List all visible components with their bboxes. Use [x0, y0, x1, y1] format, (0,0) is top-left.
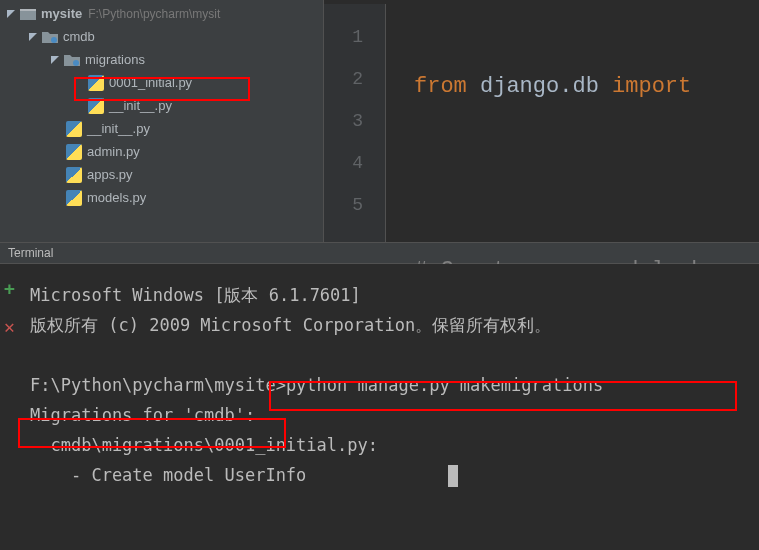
tree-label: 0001_initial.py — [109, 75, 192, 90]
tree-file-init[interactable]: __init__.py — [0, 117, 323, 140]
project-tree[interactable]: mysite F:\Python\pycharm\mysit cmdb migr… — [0, 0, 324, 242]
code-area[interactable]: from django.db import # Create your mode… — [386, 4, 718, 242]
expand-arrow-icon[interactable] — [4, 7, 18, 21]
tree-label: mysite — [41, 6, 82, 21]
tree-label: admin.py — [87, 144, 140, 159]
line-number: 1 — [324, 16, 363, 58]
folder-icon — [64, 52, 80, 68]
tree-file-0001[interactable]: 0001_initial.py — [0, 71, 323, 94]
line-number: 2 — [324, 58, 363, 100]
terminal-title: Terminal — [8, 246, 53, 260]
line-number: 4 — [324, 142, 363, 184]
terminal-line: Migrations for 'cmdb': — [30, 400, 749, 430]
tree-cmdb[interactable]: cmdb — [0, 25, 323, 48]
code-line: from django.db import — [414, 66, 718, 108]
tree-file-admin[interactable]: admin.py — [0, 140, 323, 163]
tree-file-apps[interactable]: apps.py — [0, 163, 323, 186]
new-session-icon[interactable]: + — [4, 274, 15, 304]
tree-file-models[interactable]: models.py — [0, 186, 323, 209]
tree-label: cmdb — [63, 29, 95, 44]
tree-label: apps.py — [87, 167, 133, 182]
expand-arrow-icon[interactable] — [48, 53, 62, 67]
line-number: 3 — [324, 100, 363, 142]
terminal-line: F:\Python\pycharm\mysite>python manage.p… — [30, 370, 749, 400]
gutter: 1 2 3 4 5 — [324, 4, 386, 242]
terminal-line: 版权所有 (c) 2009 Microsoft Corporation。保留所有… — [30, 310, 749, 340]
expand-arrow-icon[interactable] — [26, 30, 40, 44]
python-file-icon — [66, 144, 82, 160]
folder-icon — [20, 6, 36, 22]
tree-root[interactable]: mysite F:\Python\pycharm\mysit — [0, 2, 323, 25]
python-file-icon — [66, 190, 82, 206]
code-line — [414, 158, 718, 200]
close-session-icon[interactable]: ✕ — [4, 312, 15, 342]
terminal-line: Microsoft Windows [版本 6.1.7601] — [30, 280, 749, 310]
python-file-icon — [66, 121, 82, 137]
folder-icon — [42, 29, 58, 45]
svg-point-2 — [73, 60, 79, 66]
terminal-line: - Create model UserInfo — [30, 460, 749, 490]
svg-point-1 — [51, 37, 57, 43]
tree-label: __init__.py — [109, 98, 172, 113]
code-editor[interactable]: 1 2 3 4 5 from django.db import # Create… — [324, 0, 759, 242]
tree-label: models.py — [87, 190, 146, 205]
terminal[interactable]: + ✕ Microsoft Windows [版本 6.1.7601] 版权所有… — [0, 264, 759, 550]
python-file-icon — [88, 98, 104, 114]
svg-rect-0 — [20, 9, 36, 11]
tree-file-init-mig[interactable]: __init__.py — [0, 94, 323, 117]
tree-label: __init__.py — [87, 121, 150, 136]
tree-label: migrations — [85, 52, 145, 67]
tree-migrations[interactable]: migrations — [0, 48, 323, 71]
tree-path: F:\Python\pycharm\mysit — [88, 7, 220, 21]
line-number: 5 — [324, 184, 363, 226]
cursor — [448, 465, 458, 487]
python-file-icon — [66, 167, 82, 183]
terminal-line: cmdb\migrations\0001_initial.py: — [30, 430, 749, 460]
python-file-icon — [88, 75, 104, 91]
